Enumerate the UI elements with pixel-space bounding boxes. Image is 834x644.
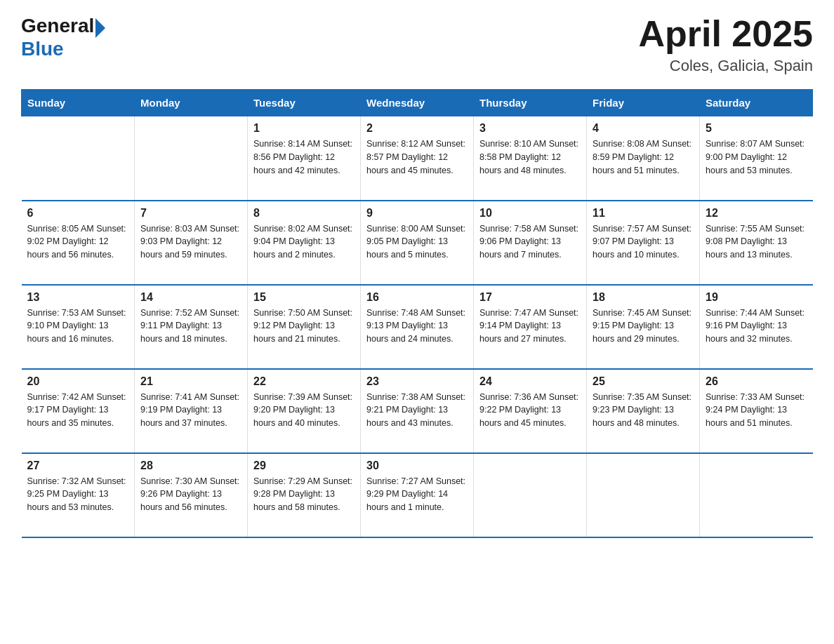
day-cell [474, 453, 587, 537]
day-number: 20 [27, 375, 129, 388]
day-cell: 17Sunrise: 7:47 AM Sunset: 9:14 PM Dayli… [474, 285, 587, 369]
day-cell: 15Sunrise: 7:50 AM Sunset: 9:12 PM Dayli… [248, 285, 361, 369]
day-info: Sunrise: 8:07 AM Sunset: 9:00 PM Dayligh… [706, 137, 807, 177]
day-number: 19 [706, 291, 807, 304]
page-header: General Blue April 2025 Coles, Galicia, … [21, 14, 813, 75]
day-number: 12 [706, 207, 807, 220]
day-number: 5 [706, 122, 807, 135]
day-info: Sunrise: 7:35 AM Sunset: 9:23 PM Dayligh… [593, 391, 694, 430]
day-cell: 23Sunrise: 7:38 AM Sunset: 9:21 PM Dayli… [361, 369, 474, 453]
day-info: Sunrise: 7:42 AM Sunset: 9:17 PM Dayligh… [27, 391, 129, 430]
day-number: 30 [366, 459, 468, 472]
day-info: Sunrise: 8:08 AM Sunset: 8:59 PM Dayligh… [593, 137, 694, 177]
day-cell: 14Sunrise: 7:52 AM Sunset: 9:11 PM Dayli… [135, 285, 248, 369]
day-number: 25 [593, 375, 694, 388]
day-cell: 16Sunrise: 7:48 AM Sunset: 9:13 PM Dayli… [361, 285, 474, 369]
day-info: Sunrise: 7:57 AM Sunset: 9:07 PM Dayligh… [593, 222, 694, 262]
week-row-5: 27Sunrise: 7:32 AM Sunset: 9:25 PM Dayli… [22, 453, 813, 537]
day-info: Sunrise: 7:33 AM Sunset: 9:24 PM Dayligh… [706, 391, 807, 430]
day-cell [22, 116, 135, 201]
day-cell: 21Sunrise: 7:41 AM Sunset: 9:19 PM Dayli… [135, 369, 248, 453]
day-info: Sunrise: 7:53 AM Sunset: 9:10 PM Dayligh… [27, 307, 129, 346]
calendar-subtitle: Coles, Galicia, Spain [638, 57, 813, 75]
day-cell: 12Sunrise: 7:55 AM Sunset: 9:08 PM Dayli… [700, 201, 813, 285]
day-number: 15 [253, 291, 355, 304]
day-info: Sunrise: 7:55 AM Sunset: 9:08 PM Dayligh… [706, 222, 807, 262]
title-section: April 2025 Coles, Galicia, Spain [638, 14, 813, 75]
day-cell: 2Sunrise: 8:12 AM Sunset: 8:57 PM Daylig… [361, 116, 474, 201]
day-number: 29 [253, 459, 355, 472]
day-cell: 9Sunrise: 8:00 AM Sunset: 9:05 PM Daylig… [361, 201, 474, 285]
header-cell-monday: Monday [135, 90, 248, 116]
day-number: 14 [140, 291, 241, 304]
day-number: 16 [366, 291, 468, 304]
calendar-title: April 2025 [638, 14, 813, 54]
day-cell: 13Sunrise: 7:53 AM Sunset: 9:10 PM Dayli… [22, 285, 135, 369]
day-info: Sunrise: 7:30 AM Sunset: 9:26 PM Dayligh… [140, 475, 241, 514]
day-info: Sunrise: 7:39 AM Sunset: 9:20 PM Dayligh… [253, 391, 355, 430]
day-number: 26 [706, 375, 807, 388]
week-row-4: 20Sunrise: 7:42 AM Sunset: 9:17 PM Dayli… [22, 369, 813, 453]
day-cell: 7Sunrise: 8:03 AM Sunset: 9:03 PM Daylig… [135, 201, 248, 285]
day-number: 3 [479, 122, 581, 135]
day-number: 10 [479, 207, 581, 220]
header-cell-friday: Friday [587, 90, 700, 116]
day-info: Sunrise: 7:48 AM Sunset: 9:13 PM Dayligh… [366, 307, 468, 346]
day-info: Sunrise: 8:14 AM Sunset: 8:56 PM Dayligh… [253, 137, 355, 177]
day-info: Sunrise: 7:58 AM Sunset: 9:06 PM Dayligh… [479, 222, 581, 262]
logo-arrow-icon [95, 18, 105, 38]
logo: General Blue [21, 14, 105, 60]
day-info: Sunrise: 7:27 AM Sunset: 9:29 PM Dayligh… [366, 475, 468, 514]
day-cell: 29Sunrise: 7:29 AM Sunset: 9:28 PM Dayli… [248, 453, 361, 537]
day-info: Sunrise: 8:10 AM Sunset: 8:58 PM Dayligh… [479, 137, 581, 177]
day-info: Sunrise: 7:32 AM Sunset: 9:25 PM Dayligh… [27, 475, 129, 514]
day-info: Sunrise: 7:52 AM Sunset: 9:11 PM Dayligh… [140, 307, 241, 346]
day-info: Sunrise: 7:50 AM Sunset: 9:12 PM Dayligh… [253, 307, 355, 346]
day-cell [700, 453, 813, 537]
day-info: Sunrise: 7:47 AM Sunset: 9:14 PM Dayligh… [479, 307, 581, 346]
day-cell [135, 116, 248, 201]
day-cell: 3Sunrise: 8:10 AM Sunset: 8:58 PM Daylig… [474, 116, 587, 201]
day-number: 2 [366, 122, 468, 135]
day-number: 7 [140, 207, 241, 220]
day-cell [587, 453, 700, 537]
day-cell: 4Sunrise: 8:08 AM Sunset: 8:59 PM Daylig… [587, 116, 700, 201]
day-cell: 11Sunrise: 7:57 AM Sunset: 9:07 PM Dayli… [587, 201, 700, 285]
day-number: 24 [479, 375, 581, 388]
calendar-body: 1Sunrise: 8:14 AM Sunset: 8:56 PM Daylig… [22, 116, 813, 537]
calendar-header: SundayMondayTuesdayWednesdayThursdayFrid… [22, 90, 813, 116]
day-info: Sunrise: 7:29 AM Sunset: 9:28 PM Dayligh… [253, 475, 355, 514]
day-cell: 20Sunrise: 7:42 AM Sunset: 9:17 PM Dayli… [22, 369, 135, 453]
day-number: 28 [140, 459, 241, 472]
day-cell: 10Sunrise: 7:58 AM Sunset: 9:06 PM Dayli… [474, 201, 587, 285]
day-cell: 28Sunrise: 7:30 AM Sunset: 9:26 PM Dayli… [135, 453, 248, 537]
header-cell-thursday: Thursday [474, 90, 587, 116]
day-number: 27 [27, 459, 129, 472]
day-cell: 18Sunrise: 7:45 AM Sunset: 9:15 PM Dayli… [587, 285, 700, 369]
header-cell-saturday: Saturday [700, 90, 813, 116]
day-number: 21 [140, 375, 241, 388]
calendar-table: SundayMondayTuesdayWednesdayThursdayFrid… [21, 89, 813, 538]
day-cell: 6Sunrise: 8:05 AM Sunset: 9:02 PM Daylig… [22, 201, 135, 285]
day-cell: 5Sunrise: 8:07 AM Sunset: 9:00 PM Daylig… [700, 116, 813, 201]
day-number: 23 [366, 375, 468, 388]
day-number: 6 [27, 207, 129, 220]
day-info: Sunrise: 7:38 AM Sunset: 9:21 PM Dayligh… [366, 391, 468, 430]
day-cell: 24Sunrise: 7:36 AM Sunset: 9:22 PM Dayli… [474, 369, 587, 453]
week-row-2: 6Sunrise: 8:05 AM Sunset: 9:02 PM Daylig… [22, 201, 813, 285]
day-number: 22 [253, 375, 355, 388]
week-row-1: 1Sunrise: 8:14 AM Sunset: 8:56 PM Daylig… [22, 116, 813, 201]
header-cell-sunday: Sunday [22, 90, 135, 116]
day-info: Sunrise: 7:41 AM Sunset: 9:19 PM Dayligh… [140, 391, 241, 430]
day-number: 1 [253, 122, 355, 135]
day-info: Sunrise: 8:12 AM Sunset: 8:57 PM Dayligh… [366, 137, 468, 177]
header-cell-wednesday: Wednesday [361, 90, 474, 116]
day-cell: 26Sunrise: 7:33 AM Sunset: 9:24 PM Dayli… [700, 369, 813, 453]
logo-general-text: General [21, 15, 94, 37]
header-cell-tuesday: Tuesday [248, 90, 361, 116]
day-info: Sunrise: 7:36 AM Sunset: 9:22 PM Dayligh… [479, 391, 581, 430]
day-info: Sunrise: 7:45 AM Sunset: 9:15 PM Dayligh… [593, 307, 694, 346]
day-cell: 27Sunrise: 7:32 AM Sunset: 9:25 PM Dayli… [22, 453, 135, 537]
day-number: 11 [593, 207, 694, 220]
day-cell: 1Sunrise: 8:14 AM Sunset: 8:56 PM Daylig… [248, 116, 361, 201]
